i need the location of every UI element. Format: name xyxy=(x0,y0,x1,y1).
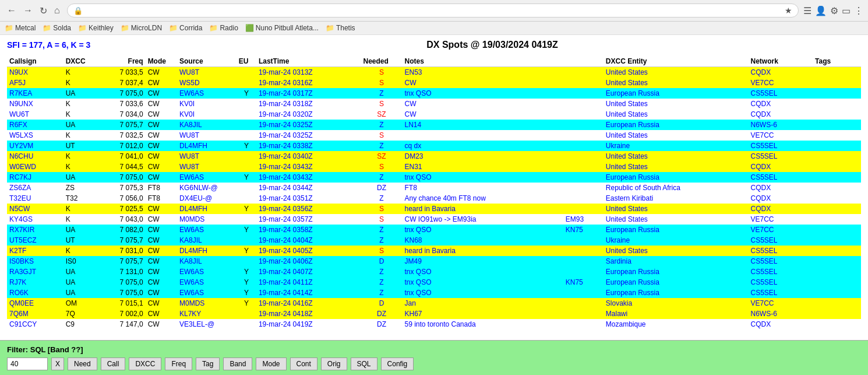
cell-freq: 7 056,0 xyxy=(97,193,146,204)
cell-dxcc: UA xyxy=(63,88,97,99)
table-row[interactable]: RA3GJT UA 7 131,0 CW EW6AS Y 19-mar-24 0… xyxy=(7,267,861,277)
cell-lasttime: 19-mar-24 0358Z xyxy=(256,225,361,235)
cell-lasttime: 19-mar-24 0317Z xyxy=(256,88,361,99)
table-row[interactable]: 7Q6M 7Q 7 002,0 CW KL7KY 19-mar-24 0418Z… xyxy=(7,309,861,319)
cell-eu: Y xyxy=(237,172,256,183)
folder-icon: 📁 xyxy=(78,24,87,32)
cell-notes: JM49 xyxy=(402,256,563,267)
cell-freq: 7 015,1 xyxy=(97,298,146,309)
cell-network: CS5SEL xyxy=(749,246,813,256)
table-row[interactable]: UY2VM UT 7 012,0 CW DL4MFH Y 19-mar-24 0… xyxy=(7,141,861,151)
cell-em xyxy=(563,235,604,246)
cell-entity: European Russia xyxy=(604,120,749,130)
cell-notes: CW xyxy=(402,99,563,109)
filter-need-button[interactable]: Need xyxy=(68,358,97,370)
table-row[interactable]: N9UNX K 7 033,6 CW KV0I 19-mar-24 0318Z … xyxy=(7,99,861,109)
table-row[interactable]: WU6T K 7 034,0 CW KV0I 19-mar-24 0320Z S… xyxy=(7,109,861,120)
home-button[interactable]: ⌂ xyxy=(52,4,62,17)
bookmark-label: MicroLDN xyxy=(131,24,162,32)
cell-dxcc: UA xyxy=(63,120,97,130)
cell-notes: heard in Bavaria xyxy=(402,204,563,214)
menu-icon[interactable]: ⋮ xyxy=(854,5,863,16)
table-row[interactable]: RJ7K UA 7 075,0 CW EW6AS Y 19-mar-24 041… xyxy=(7,277,861,288)
cell-mode: CW xyxy=(146,246,177,256)
cell-freq: 7 033,5 xyxy=(97,67,146,78)
bookmark-radio[interactable]: 📁 Radio xyxy=(209,24,238,32)
green-icon: 🟩 xyxy=(245,24,254,32)
cell-dxcc: UT xyxy=(63,141,97,151)
folder-icon: 📁 xyxy=(43,24,51,32)
cell-needed: S xyxy=(361,67,403,78)
filter-orig-button[interactable]: Orig xyxy=(321,358,347,370)
filter-band-button[interactable]: Band xyxy=(223,358,252,370)
back-button[interactable]: ← xyxy=(5,4,19,17)
table-row[interactable]: RX7KIR UA 7 082,0 CW EW6AS Y 19-mar-24 0… xyxy=(7,225,861,235)
cell-source: EW6AS xyxy=(177,172,237,183)
filter-config-button[interactable]: Config xyxy=(381,358,414,370)
bookmark-keithley[interactable]: 📁 Keithley xyxy=(78,24,114,32)
table-row[interactable]: K2TF K 7 031,0 CW DL4MFH Y 19-mar-24 040… xyxy=(7,246,861,256)
filter-input[interactable] xyxy=(7,358,48,370)
url-input[interactable]: 127.0.0.1:90/spots xyxy=(86,6,781,15)
cell-dxcc: UT xyxy=(63,235,97,246)
cell-tags xyxy=(813,172,861,183)
cell-network: VE7CC xyxy=(749,78,813,88)
cell-network: VE7CC xyxy=(749,298,813,309)
table-row[interactable]: ZS6ZA ZS 7 075,3 FT8 KG6NLW-@ 19-mar-24 … xyxy=(7,183,861,193)
cell-entity: United States xyxy=(604,67,749,78)
table-row[interactable]: RC7KJ UA 7 075,0 CW EW6AS Y 19-mar-24 03… xyxy=(7,172,861,183)
cell-em xyxy=(563,151,604,162)
filter-controls: X Need Call DXCC Freq Tag Band Mode Cont… xyxy=(7,358,861,370)
split-icon[interactable]: ▭ xyxy=(842,5,851,16)
col-header-em xyxy=(563,56,604,67)
cell-dxcc: IS0 xyxy=(63,256,97,267)
table-row[interactable]: R6FX UA 7 075,7 CW KA8JIL 19-mar-24 0325… xyxy=(7,120,861,130)
bookmark-solda[interactable]: 📁 Solda xyxy=(43,24,71,32)
settings-icon[interactable]: ⚙ xyxy=(830,5,838,16)
filter-dxcc-button[interactable]: DXCC xyxy=(129,358,161,370)
filter-tag-button[interactable]: Tag xyxy=(196,358,220,370)
cell-callsign: K2TF xyxy=(7,246,63,256)
table-row[interactable]: RO6K UA 7 075,0 CW EW6AS Y 19-mar-24 041… xyxy=(7,288,861,298)
filter-cont-button[interactable]: Cont xyxy=(290,358,317,370)
filter-clear-button[interactable]: X xyxy=(51,358,64,370)
table-row[interactable]: AF5J K 7 037,4 CW WS5D 19-mar-24 0316Z S… xyxy=(7,78,861,88)
cell-source: DL4MFH xyxy=(177,246,237,256)
forward-button[interactable]: → xyxy=(21,4,35,17)
bookmark-metcal[interactable]: 📁 Metcal xyxy=(5,24,36,32)
bookmark-corrida[interactable]: 📁 Corrida xyxy=(169,24,202,32)
cell-entity: Slovakia xyxy=(604,298,749,309)
cell-notes: DM23 xyxy=(402,151,563,162)
table-row[interactable]: W0EWD K 7 044,5 CW WU8T 19-mar-24 0343Z … xyxy=(7,162,861,172)
table-row[interactable]: N6CHU K 7 041,0 CW WU8T 19-mar-24 0340Z … xyxy=(7,151,861,162)
extensions-icon[interactable]: ☰ xyxy=(803,5,811,16)
cell-dxcc: T32 xyxy=(63,193,97,204)
table-row[interactable]: W5LXS K 7 032,5 CW WU8T 19-mar-24 0325Z … xyxy=(7,130,861,141)
cell-lasttime: 19-mar-24 0344Z xyxy=(256,183,361,193)
table-row[interactable]: C91CCY C9 7 147,0 CW VE3LEL-@ 19-mar-24 … xyxy=(7,319,861,330)
cell-freq: 7 012,0 xyxy=(97,141,146,151)
filter-freq-button[interactable]: Freq xyxy=(165,358,192,370)
table-row[interactable]: N5CW K 7 025,5 CW DL4MFH Y 19-mar-24 035… xyxy=(7,204,861,214)
table-row[interactable]: KY4GS K 7 043,0 CW M0MDS 19-mar-24 0357Z… xyxy=(7,214,861,225)
col-header-entity: DXCC Entity xyxy=(604,56,749,67)
cell-callsign: RC7KJ xyxy=(7,172,63,183)
reload-button[interactable]: ↻ xyxy=(37,4,50,17)
table-row[interactable]: N9UX K 7 033,5 CW WU8T 19-mar-24 0313Z S… xyxy=(7,67,861,78)
bookmark-microldn[interactable]: 📁 MicroLDN xyxy=(121,24,162,32)
table-row[interactable]: UT5ECZ UT 7 075,7 CW KA8JIL 19-mar-24 04… xyxy=(7,235,861,246)
table-row[interactable]: IS0BKS IS0 7 075,7 CW KA8JIL 19-mar-24 0… xyxy=(7,256,861,267)
profile-icon[interactable]: 👤 xyxy=(815,5,827,16)
cell-tags xyxy=(813,88,861,99)
bookmark-thetis[interactable]: 📁 Thetis xyxy=(326,24,355,32)
filter-call-button[interactable]: Call xyxy=(101,358,126,370)
bookmark-star-icon[interactable]: ★ xyxy=(785,6,792,15)
filter-sql-button[interactable]: SQL xyxy=(351,358,377,370)
cell-source: EW6AS xyxy=(177,225,237,235)
cell-dxcc: K xyxy=(63,204,97,214)
table-row[interactable]: T32EU T32 7 056,0 FT8 DX4EU-@ 19-mar-24 … xyxy=(7,193,861,204)
bookmark-nuno[interactable]: 🟩 Nuno Pitbull Atleta... xyxy=(245,24,319,32)
table-row[interactable]: R7KEA UA 7 075,0 CW EW6AS Y 19-mar-24 03… xyxy=(7,88,861,99)
filter-mode-button[interactable]: Mode xyxy=(256,358,286,370)
table-row[interactable]: QM0EE OM 7 015,1 CW M0MDS Y 19-mar-24 04… xyxy=(7,298,861,309)
